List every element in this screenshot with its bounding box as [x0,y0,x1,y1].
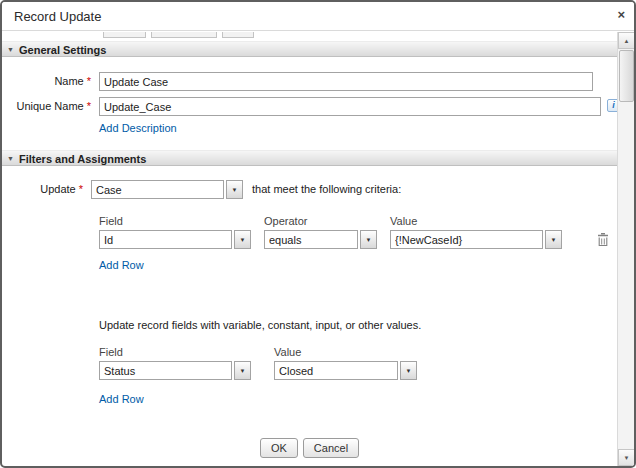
name-input[interactable] [99,72,593,91]
chevron-down-icon: ▼ [240,368,246,374]
assignment-field-value[interactable] [99,361,232,380]
assignment-value-dropdown[interactable]: ▼ [274,361,417,380]
assignment-add-row-link[interactable]: Add Row [99,393,144,405]
required-marker: * [79,183,83,195]
column-header-field: Field [99,215,123,227]
dialog-titlebar: Record Update × [2,2,634,31]
chevron-down-icon: ▼ [551,237,557,243]
filter-operator-value[interactable] [264,230,358,249]
scroll-up-icon: ▲ [624,38,630,44]
assignment-field-dropdown[interactable]: ▼ [99,361,251,380]
chevron-down-icon: ▼ [406,368,412,374]
scrollbar-thumb[interactable] [619,50,634,102]
section-general-settings[interactable]: ▼ General Settings [2,41,617,57]
column-header-value: Value [390,215,417,227]
clipped-content-fragment [222,32,254,38]
delete-row-icon[interactable] [596,232,610,251]
collapse-triangle-icon[interactable]: ▼ [7,46,14,53]
ok-button[interactable]: OK [260,438,298,458]
required-marker: * [87,100,91,112]
required-marker: * [87,75,91,87]
chevron-down-icon: ▼ [232,187,238,193]
close-icon[interactable]: × [617,7,625,22]
unique-name-label: Unique Name* [2,100,91,112]
section-filters-assignments[interactable]: ▼ Filters and Assignments [2,150,617,166]
dialog-title: Record Update [14,9,101,24]
chevron-down-icon: ▼ [366,237,372,243]
vertical-scrollbar[interactable]: ▲ ▼ [617,32,634,466]
assignment-value-value[interactable] [274,361,398,380]
filter-value-combobox[interactable]: ▼ [390,230,562,249]
dialog-footer: OK Cancel [2,438,617,458]
update-object-dropdown[interactable]: ▼ [91,180,243,199]
section-title: General Settings [19,44,106,56]
clipped-content-fragment [103,32,146,38]
dropdown-button[interactable]: ▼ [234,230,251,249]
filter-field-dropdown[interactable]: ▼ [99,230,251,249]
column-header-field: Field [99,346,123,358]
column-header-value: Value [274,346,301,358]
scroll-down-icon: ▼ [624,455,630,461]
assignments-instruction: Update record fields with variable, cons… [99,319,421,331]
record-update-dialog: Record Update × ▼ General Settings Name*… [0,0,636,468]
dialog-body: ▼ General Settings Name* Unique Name* i … [2,32,634,466]
clipped-content-fragment [151,32,217,38]
chevron-down-icon: ▼ [240,237,246,243]
name-label: Name* [2,75,91,87]
filter-add-row-link[interactable]: Add Row [99,259,144,271]
filter-operator-dropdown[interactable]: ▼ [264,230,377,249]
update-label: Update* [2,183,83,195]
scroll-down-button[interactable]: ▼ [618,449,635,466]
add-description-link[interactable]: Add Description [99,122,177,134]
update-object-value[interactable] [91,180,224,199]
collapse-triangle-icon[interactable]: ▼ [7,155,14,162]
dropdown-button[interactable]: ▼ [545,230,562,249]
dropdown-button[interactable]: ▼ [226,180,243,199]
unique-name-input[interactable] [99,97,601,116]
criteria-text: that meet the following criteria: [252,183,401,195]
filter-value-input[interactable] [390,230,543,249]
cancel-button[interactable]: Cancel [303,438,359,458]
section-title: Filters and Assignments [19,153,146,165]
scroll-up-button[interactable]: ▲ [618,32,635,49]
filter-field-value[interactable] [99,230,232,249]
dropdown-button[interactable]: ▼ [234,361,251,380]
dropdown-button[interactable]: ▼ [360,230,377,249]
dropdown-button[interactable]: ▼ [400,361,417,380]
column-header-operator: Operator [264,215,307,227]
